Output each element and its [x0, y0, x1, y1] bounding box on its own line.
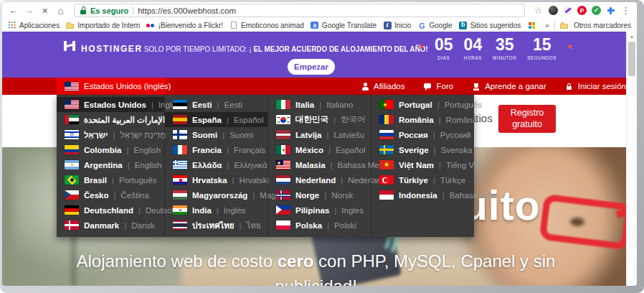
language-name: Suomi — [229, 131, 253, 139]
language-option-cz-e-tina[interactable]: Česko|Čeština — [57, 187, 164, 203]
language-dropdown: Estados Unidos|Inglésدولة الإمارات العرب… — [57, 95, 474, 237]
language-option-se-svenska[interactable]: Sverige|Svenska — [371, 142, 474, 157]
country-name: Россия — [399, 131, 428, 139]
language-option-gr[interactable]: Ελλάδα|Ελληνικά — [165, 157, 267, 172]
language-option-co-english[interactable]: Colombia|English — [57, 142, 164, 157]
site-navbar: Estados Unidos (inglés) AfiliadosForoApr… — [2, 78, 637, 95]
country-name: Francia — [192, 146, 222, 154]
country-name: 대한민국 — [295, 114, 328, 125]
it-flag-icon — [276, 100, 290, 109]
bookmarks-overflow-chevron[interactable]: » — [545, 21, 549, 29]
lock-icon — [565, 82, 574, 90]
language-option-nl-nederlands[interactable]: Nederland|Nederlands — [268, 172, 371, 187]
language-option-de-deutsch[interactable]: Deutschland|Deutsch — [57, 203, 164, 218]
nav-link-aprende-a-ganar[interactable]: Aprende a ganar — [472, 82, 546, 90]
separator: | — [114, 191, 116, 200]
language-option-pl-polski[interactable]: Polska|Polski — [268, 218, 371, 233]
forward-icon[interactable] — [24, 6, 34, 15]
language-option-no-norsk[interactable]: Norge|Norsk — [268, 187, 371, 203]
separator: | — [439, 116, 441, 124]
language-option-in-ingl-s[interactable]: India|Inglés — [165, 203, 267, 218]
browser-window: Es seguro https://es.000webhost.com Apli… — [2, 2, 637, 286]
language-option-pt-portugu-s[interactable]: Portugal|Português — [371, 97, 474, 112]
language-option-ar-english[interactable]: Argentina|English — [57, 157, 164, 172]
signup-line1: Registro — [511, 108, 544, 119]
language-option-il[interactable]: יִשְׂרָאֵל|מְדִינַת יִשְׂרָאֵל — [57, 127, 164, 142]
extension-dark-icon[interactable] — [549, 6, 558, 15]
stop-icon[interactable] — [39, 6, 50, 15]
hostinger-logo-icon[interactable] — [64, 41, 75, 51]
country-name: Hrvatska — [192, 176, 227, 185]
bookmark-item-google[interactable]: Google — [417, 21, 452, 29]
language-option-us-ingl-s[interactable]: Estados Unidos|Inglés — [57, 97, 164, 112]
language-column-4: Portugal|PortuguêsRomânia|RomânăРоссия|Р… — [371, 95, 474, 237]
language-option-dk-dansk[interactable]: Danmark|Dansk — [57, 218, 164, 233]
nav-link-label: Foro — [436, 82, 453, 90]
bookmark-label: Google — [429, 22, 452, 29]
brand-name[interactable]: HOSTINGER — [81, 44, 143, 54]
language-name: Español — [336, 146, 366, 154]
country-name: Danmark — [84, 221, 119, 230]
nav-link-label: Afiliados — [374, 82, 404, 90]
language-option-vn-ti-ng-vi-t[interactable]: Việt Nam|Tiếng Việt — [371, 157, 474, 172]
bookmark-item-emoticonos-animad[interactable]: Emoticonos animad — [229, 21, 304, 29]
bookmark-label: Emoticonos animad — [241, 22, 304, 29]
language-option-tr-t-rk-e[interactable]: Türkiye|Türkçe — [371, 172, 474, 187]
language-option-kr[interactable]: 대한민국|한국어 — [268, 112, 371, 127]
language-option-ee-eesti[interactable]: Eesti|Eesti — [165, 97, 267, 112]
language-selector[interactable]: Estados Unidos (inglés) — [57, 78, 166, 95]
empezar-button[interactable]: Empezar — [288, 59, 335, 75]
language-option-ph-ingles[interactable]: Pilipinas|Ingles — [268, 203, 371, 218]
hu-flag-icon — [173, 190, 187, 200]
extension-plus-icon[interactable] — [606, 6, 615, 15]
bookmark-item-bienvenido-a-flickr[interactable]: ¡Bienvenido a Flickr! — [146, 21, 223, 29]
gr-flag-icon — [173, 160, 187, 169]
language-option-hr-hrvatski[interactable]: Hrvatska|Hrvatski — [165, 172, 267, 187]
other-bookmarks-label[interactable]: Otros marcadores — [574, 22, 631, 29]
language-option-it-italiano[interactable]: Italia|Italiano — [268, 97, 371, 112]
extension-pinterest-icon[interactable] — [577, 6, 587, 15]
bookmark-label: ¡Bienvenido a Flickr! — [158, 22, 223, 29]
separator: | — [319, 101, 321, 109]
scrollbar-thumb[interactable] — [628, 42, 635, 76]
language-option-ro-rom-n[interactable]: România|Română — [371, 112, 474, 127]
country-name: Eesti — [192, 101, 212, 109]
language-option-ae[interactable]: دولة الإمارات العربية المتحدة|العربية — [57, 112, 164, 127]
language-option-ru[interactable]: Россия|Русский — [371, 127, 474, 142]
bookmark-item-aplicaciones[interactable]: Aplicaciones — [8, 21, 60, 29]
language-option-br-portugu-s[interactable]: Brasil|Português — [57, 172, 164, 187]
bookmark-item-inicio[interactable]: Inicio — [383, 21, 411, 29]
nav-link-afiliados[interactable]: Afiliados — [361, 82, 404, 90]
bookmark-item-google-translate[interactable]: Google Translate — [311, 21, 377, 29]
back-icon[interactable] — [8, 6, 19, 15]
bookmark-item-personalizar-v-nculos[interactable]: Personalizar vínculos — [527, 21, 539, 29]
language-option-lv-latvie-u[interactable]: Latvija|Latviešu — [268, 127, 371, 142]
language-option-id-bahasa-indo[interactable]: Indonesia|Bahasa Indo. — [371, 187, 474, 203]
language-option-fr-fran-ais[interactable]: Francia|Français — [165, 142, 267, 157]
nav-link-iniciar-sesi-n[interactable]: Iniciar sesión — [565, 82, 626, 90]
signup-line2: gratuito — [512, 119, 542, 131]
signup-button[interactable]: Registro gratuito — [498, 105, 556, 133]
language-option-es-espa-ol[interactable]: España|Español — [165, 112, 267, 127]
language-option-my-bahasa-melayu[interactable]: Malasia|Bahasa Melayu — [268, 157, 371, 172]
language-option-mx-espa-ol[interactable]: México|Español — [268, 142, 371, 157]
scrollbar-up-arrow[interactable] — [627, 32, 637, 41]
language-option-hu-magyar[interactable]: Magyarország|Magyar — [165, 187, 267, 203]
nav-link-foro[interactable]: Foro — [423, 82, 453, 90]
home-icon[interactable] — [55, 6, 66, 16]
windows-icon — [527, 21, 536, 29]
separator: | — [113, 131, 115, 139]
extension-check-icon[interactable] — [592, 6, 601, 15]
ru-flag-icon — [379, 130, 394, 139]
separator: | — [112, 176, 114, 185]
bookmark-item-sitios-sugeridos[interactable]: Sitios sugeridos — [459, 21, 521, 29]
language-option-fi-suomi[interactable]: Suomi|Suomi — [165, 127, 267, 142]
country-name: México — [295, 146, 323, 154]
browser-menu-icon[interactable] — [620, 6, 631, 15]
scrollbar[interactable] — [626, 32, 637, 286]
extension-pen-icon[interactable] — [563, 6, 572, 15]
bookmark-star-icon[interactable] — [533, 6, 544, 15]
bookmark-item-importado-de-intern[interactable]: Importado de Intern — [66, 21, 140, 29]
address-bar[interactable]: Es seguro https://es.000webhost.com — [74, 4, 525, 17]
language-option-th[interactable]: ประเทศไทย|ไทย — [165, 218, 267, 233]
